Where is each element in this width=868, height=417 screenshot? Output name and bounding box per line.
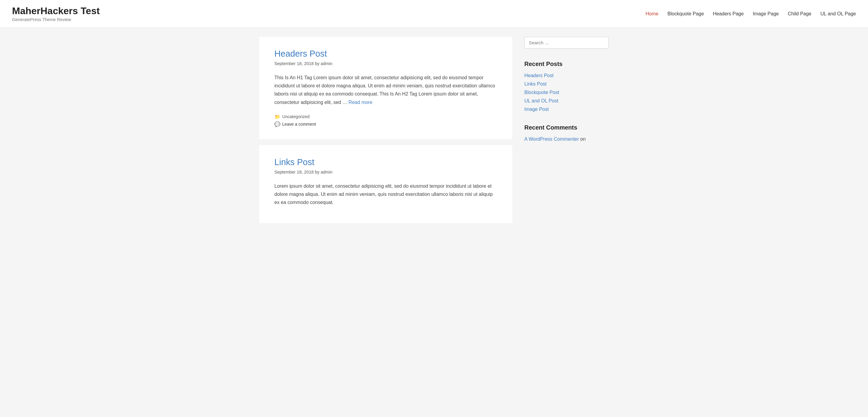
article-meta: September 18, 2018 by admin (274, 61, 497, 66)
recent-comments-list: A WordPress Commenter on (524, 137, 609, 142)
recent-comment-item: A WordPress Commenter on (524, 137, 609, 142)
recent-post-link[interactable]: Blockquote Post (524, 90, 559, 95)
recent-post-item: Headers Post (524, 73, 609, 78)
recent-post-item: Links Post (524, 81, 609, 87)
article-title: Headers Post (274, 49, 497, 59)
article-meta: September 18, 2018 by admin (274, 170, 497, 175)
sidebar: Recent Posts Headers PostLinks PostBlock… (524, 37, 609, 229)
article-title-link[interactable]: Links Post (274, 157, 314, 167)
commenter-link[interactable]: A WordPress Commenter (524, 137, 579, 142)
recent-post-item: Blockquote Post (524, 90, 609, 95)
recent-post-link[interactable]: UL and OL Post (524, 98, 558, 103)
site-title: MaherHackers Test (12, 5, 100, 17)
site-header: MaherHackers Test GeneratePress Theme Re… (0, 0, 868, 28)
site-nav: HomeBlockquote PageHeaders PageImage Pag… (645, 11, 856, 17)
folder-icon: 📁 (274, 114, 280, 120)
nav-item-image-page[interactable]: Image Page (753, 11, 779, 17)
recent-posts-title: Recent Posts (524, 61, 609, 67)
comment-icon: 💬 (274, 121, 280, 127)
recent-post-item: UL and OL Post (524, 98, 609, 103)
category-label: Uncategorized (282, 114, 310, 119)
article-category: 📁Uncategorized (274, 114, 497, 120)
recent-comments-title: Recent Comments (524, 124, 609, 131)
article-excerpt: This Is An H1 Tag Lorem ipsum dolor sit … (274, 73, 497, 107)
recent-posts-widget: Recent Posts Headers PostLinks PostBlock… (524, 61, 609, 112)
recent-posts-list: Headers PostLinks PostBlockquote PostUL … (524, 73, 609, 112)
nav-item-child-page[interactable]: Child Page (788, 11, 811, 17)
nav-item-ul-and-ol-page[interactable]: UL and OL Page (820, 11, 856, 17)
article-card: Links PostSeptember 18, 2018 by adminLor… (259, 145, 512, 223)
search-widget (524, 37, 609, 49)
recent-post-link[interactable]: Headers Post (524, 73, 554, 78)
recent-post-item: Image Post (524, 107, 609, 112)
site-branding: MaherHackers Test GeneratePress Theme Re… (12, 5, 100, 22)
nav-item-home[interactable]: Home (645, 11, 658, 17)
recent-comments-widget: Recent Comments A WordPress Commenter on (524, 124, 609, 142)
nav-item-headers-page[interactable]: Headers Page (713, 11, 744, 17)
recent-post-link[interactable]: Image Post (524, 107, 549, 112)
article-excerpt: Lorem ipsum dolor sit amet, consectetur … (274, 182, 497, 207)
article-card: Headers PostSeptember 18, 2018 by adminT… (259, 37, 512, 139)
main-content: Headers PostSeptember 18, 2018 by adminT… (259, 37, 512, 229)
article-comment: 💬Leave a comment (274, 121, 497, 127)
site-tagline: GeneratePress Theme Review (12, 17, 100, 22)
article-footer: 📁Uncategorized💬Leave a comment (274, 114, 497, 127)
content-wrapper: Headers PostSeptember 18, 2018 by adminT… (253, 28, 615, 238)
article-title-link[interactable]: Headers Post (274, 49, 327, 58)
nav-item-blockquote-page[interactable]: Blockquote Page (668, 11, 704, 17)
read-more-link[interactable]: Read more (348, 100, 372, 105)
search-input[interactable] (524, 37, 609, 49)
recent-post-link[interactable]: Links Post (524, 81, 547, 87)
leave-comment-link[interactable]: Leave a comment (282, 122, 316, 126)
article-title: Links Post (274, 157, 497, 167)
